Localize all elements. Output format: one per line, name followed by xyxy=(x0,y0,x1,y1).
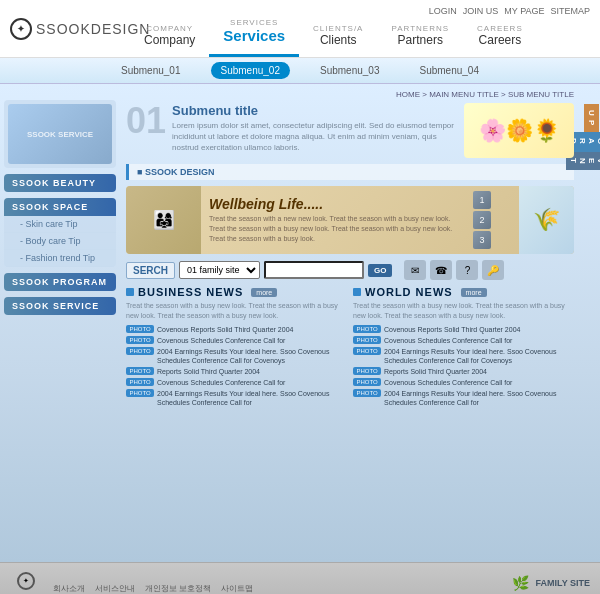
world-news-intro: Treat the season with a busy new look. T… xyxy=(353,301,574,321)
news-tag: PHOTO xyxy=(126,347,154,355)
news-item[interactable]: PHOTOCovenous Schedules Conference Call … xyxy=(353,336,574,345)
news-tag: PHOTO xyxy=(353,325,381,333)
news-tag: PHOTO xyxy=(126,389,154,397)
sidebar-bodycare-link[interactable]: Body care Tip xyxy=(4,233,116,250)
news-item[interactable]: PHOTO2004 Earnings Results Your ideal he… xyxy=(126,389,347,407)
header: ✦ SSOOKDESIGN LOGIN JOIN US MY PAGE SITE… xyxy=(0,0,600,58)
submenu-01[interactable]: Submenu_01 xyxy=(111,62,191,79)
top-link-sitemap[interactable]: SITEMAP xyxy=(550,6,590,16)
search-row: SERCH 01 family site GO ✉ ☎ ? 🔑 xyxy=(126,260,574,280)
help-icon[interactable]: ? xyxy=(456,260,478,280)
sidebar-beauty-panel: SSOOK BEAUTY xyxy=(4,174,116,192)
family-icon: 🌿 xyxy=(512,575,529,591)
mail-icon[interactable]: ✉ xyxy=(404,260,426,280)
footer-link-privacy[interactable]: 개인정보 보호정책 xyxy=(145,584,211,593)
footer-info: 회사소개 서비스안내 개인정보 보호정책 사이트맵 Copyrighted 2.… xyxy=(53,583,503,595)
nav-services[interactable]: SERVICES Services xyxy=(209,0,299,57)
news-tag: PHOTO xyxy=(353,389,381,397)
family-site-title: FAMILY SITE xyxy=(535,578,590,588)
sidebar-fashion-link[interactable]: Fashion trend Tip xyxy=(4,250,116,267)
sidebar-space-panel: SSOOK SPACE Skin care Tip Body care Tip … xyxy=(4,198,116,267)
news-item[interactable]: PHOTO2004 Earnings Results Your ideal he… xyxy=(126,347,347,365)
sidebar-space-title: SSOOK SPACE xyxy=(4,198,116,216)
news-item[interactable]: PHOTOReports Solid Third Quarter 2004 xyxy=(353,367,574,376)
sidebar-program-title: SSOOK PROGRAM xyxy=(4,273,116,291)
footer-logo-icon: ✦ xyxy=(17,572,35,590)
news-item[interactable]: PHOTOCovenous Reports Solid Third Quarte… xyxy=(353,325,574,334)
world-news-more[interactable]: more xyxy=(461,288,487,297)
news-item-text: 2004 Earnings Results Your ideal here. S… xyxy=(384,389,574,407)
nav: COMPANY Company SERVICES Services CLIENT… xyxy=(130,0,537,57)
news-tag: PHOTO xyxy=(353,367,381,375)
news-tag: PHOTO xyxy=(126,336,154,344)
main: SSOOK SERVICE SSOOK BEAUTY SSOOK SPACE S… xyxy=(0,84,600,562)
sidebar-service-title: SSOOK SERVICE xyxy=(27,130,93,139)
news-item-text: Covenous Reports Solid Third Quarter 200… xyxy=(157,325,293,334)
nav-careers[interactable]: CAREERS Careers xyxy=(463,0,537,57)
sidebar-beauty-title: SSOOK BEAUTY xyxy=(4,174,116,192)
right-tab-up[interactable]: U P xyxy=(584,104,599,132)
world-news-dot xyxy=(353,288,361,296)
news-item[interactable]: PHOTOCovenous Schedules Conference Call … xyxy=(126,336,347,345)
news-item-text: Reports Solid Third Quarter 2004 xyxy=(157,367,260,376)
nav-partners-label: Partners xyxy=(398,33,443,47)
nav-services-label: Services xyxy=(223,27,285,44)
nav-company-small: COMPANY xyxy=(146,24,193,33)
nav-careers-label: Careers xyxy=(479,33,522,47)
flower-image: 🌸🌼🌻 xyxy=(464,103,574,158)
logo-icon: ✦ xyxy=(10,18,32,40)
wellbeing-text-area: Wellbeing Life..... Treat the season wit… xyxy=(201,190,469,249)
submenu-04[interactable]: Submenu_04 xyxy=(410,62,490,79)
nav-clients[interactable]: CLIENTS/A Clients xyxy=(299,0,377,57)
business-news-list: PHOTOCovenous Reports Solid Third Quarte… xyxy=(126,325,347,408)
search-icons: ✉ ☎ ? 🔑 xyxy=(404,260,504,280)
submenu-02[interactable]: Submenu_02 xyxy=(211,62,291,79)
news-item[interactable]: PHOTO2004 Earnings Results Your ideal he… xyxy=(353,347,574,365)
sidebar-skincare-link[interactable]: Skin care Tip xyxy=(4,216,116,233)
search-select[interactable]: 01 family site xyxy=(179,261,260,279)
news-item[interactable]: PHOTOCovenous Reports Solid Third Quarte… xyxy=(126,325,347,334)
phone-icon[interactable]: ☎ xyxy=(430,260,452,280)
nav-company[interactable]: COMPANY Company xyxy=(130,0,209,57)
world-news-header: WORLD NEWS more xyxy=(353,286,574,298)
business-news-intro: Treat the season with a busy new look. T… xyxy=(126,301,347,321)
news-item[interactable]: PHOTO2004 Earnings Results Your ideal he… xyxy=(353,389,574,407)
business-news-dot xyxy=(126,288,134,296)
search-go-button[interactable]: GO xyxy=(368,264,392,277)
world-news-col: WORLD NEWS more Treat the season with a … xyxy=(353,286,574,409)
wellbeing-num-1[interactable]: 1 xyxy=(473,191,491,209)
business-news-more[interactable]: more xyxy=(251,288,277,297)
news-item-text: Covenous Schedules Conference Call for xyxy=(157,378,285,387)
business-news-header: BUSINESS NEWS more xyxy=(126,286,347,298)
news-item[interactable]: PHOTOCovenous Schedules Conference Call … xyxy=(353,378,574,387)
news-tag: PHOTO xyxy=(353,347,381,355)
footer-link-service[interactable]: 서비스안내 xyxy=(95,584,135,593)
wellbeing-num-3[interactable]: 3 xyxy=(473,231,491,249)
submenu-03[interactable]: Submenu_03 xyxy=(310,62,390,79)
news-item[interactable]: PHOTOCovenous Schedules Conference Call … xyxy=(126,378,347,387)
news-item[interactable]: PHOTOReports Solid Third Quarter 2004 xyxy=(126,367,347,376)
page-title: Submenu title xyxy=(172,103,458,118)
right-bar: U P BOARD EVENT xyxy=(582,84,600,562)
wellbeing-num-2[interactable]: 2 xyxy=(473,211,491,229)
logo-ssook: SSOOK xyxy=(36,21,91,37)
footer-links: 회사소개 서비스안내 개인정보 보호정책 사이트맵 xyxy=(53,583,503,594)
nav-partners[interactable]: PARTNERNS Partners xyxy=(377,0,463,57)
sidebar-program-panel: SSOOK PROGRAM xyxy=(4,273,116,291)
news-item-text: 2004 Earnings Results Your ideal here. S… xyxy=(157,389,347,407)
submenu-bar: Submenu_01 Submenu_02 Submenu_03 Submenu… xyxy=(0,58,600,84)
ssook-design-label: ■ SSOOK DESIGN xyxy=(126,164,574,180)
sidebar-service2-panel: SSOOK SERVICE xyxy=(4,297,116,315)
news-item-text: Covenous Schedules Conference Call for xyxy=(384,336,512,345)
key-icon[interactable]: 🔑 xyxy=(482,260,504,280)
search-input[interactable] xyxy=(264,261,364,279)
footer-link-sitemap[interactable]: 사이트맵 xyxy=(221,584,253,593)
footer-logo: ✦ SSOOKDESIGN xyxy=(10,572,43,595)
business-news-col: BUSINESS NEWS more Treat the season with… xyxy=(126,286,347,409)
wellbeing-banner: 👨‍👩‍👧 Wellbeing Life..... Treat the seas… xyxy=(126,186,574,254)
page-description: Lorem ipsum dolor sit amet, consectetur … xyxy=(172,120,458,154)
nav-careers-small: CAREERS xyxy=(477,24,523,33)
footer-link-about[interactable]: 회사소개 xyxy=(53,584,85,593)
news-row: BUSINESS NEWS more Treat the season with… xyxy=(126,286,574,409)
news-item-text: 2004 Earnings Results Your ideal here. S… xyxy=(157,347,347,365)
